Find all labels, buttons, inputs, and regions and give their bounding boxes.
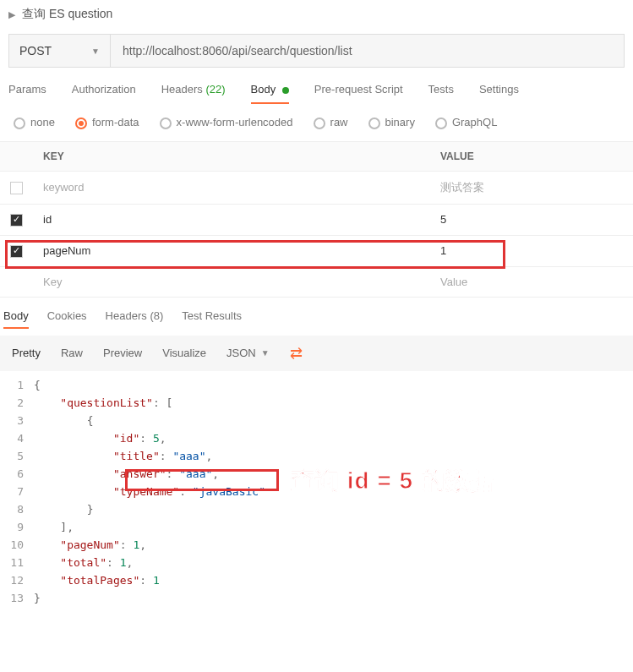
collapse-icon[interactable]: ▶ (8, 9, 15, 20)
method-label: POST (19, 44, 52, 57)
view-preview[interactable]: Preview (103, 347, 142, 359)
tab-tests[interactable]: Tests (428, 83, 454, 104)
column-value: VALUE (430, 141, 633, 171)
method-select[interactable]: POST ▼ (9, 35, 111, 67)
param-key-placeholder[interactable]: Key (33, 266, 430, 297)
param-value[interactable]: 测试答案 (430, 171, 633, 204)
radio-xform[interactable]: x-www-form-urlencoded (160, 116, 293, 129)
param-key[interactable]: keyword (33, 171, 430, 204)
param-value[interactable]: 5 (430, 204, 633, 235)
radio-none[interactable]: none (14, 116, 55, 129)
request-title: 查询 ES question (22, 7, 112, 22)
tab-params[interactable]: Params (8, 83, 46, 104)
resp-tab-body[interactable]: Body (3, 309, 29, 329)
format-select[interactable]: JSON ▼ (226, 347, 270, 359)
tab-prerequest[interactable]: Pre-request Script (314, 83, 403, 104)
resp-tab-cookies[interactable]: Cookies (47, 309, 87, 329)
radio-formdata[interactable]: form-data (75, 116, 139, 129)
param-value-placeholder[interactable]: Value (430, 266, 633, 297)
radio-graphql[interactable]: GraphQL (435, 116, 497, 129)
checkbox-icon[interactable] (10, 214, 23, 227)
table-row-placeholder[interactable]: Key Value (0, 266, 633, 297)
radio-raw[interactable]: raw (314, 116, 348, 129)
resp-tab-headers[interactable]: Headers (8) (106, 309, 164, 329)
view-pretty[interactable]: Pretty (12, 347, 41, 359)
wrap-icon[interactable]: ⇄ (290, 344, 303, 363)
tab-headers[interactable]: Headers (22) (161, 83, 226, 104)
line-gutter: 12345678910111213 (0, 376, 34, 607)
highlight-box (125, 469, 279, 491)
table-row[interactable]: id 5 (0, 204, 633, 235)
tab-authorization[interactable]: Authorization (72, 83, 136, 104)
tab-body[interactable]: Body (251, 83, 289, 104)
chevron-down-icon: ▼ (91, 46, 100, 56)
view-raw[interactable]: Raw (61, 347, 83, 359)
param-key[interactable]: id (33, 204, 430, 235)
table-row[interactable]: keyword 测试答案 (0, 171, 633, 204)
resp-tab-testresults[interactable]: Test Results (182, 309, 242, 329)
tab-settings[interactable]: Settings (479, 83, 519, 104)
column-key: KEY (33, 141, 430, 171)
params-table: KEY VALUE keyword 测试答案 id 5 pageNum 1 Ke… (0, 141, 633, 298)
view-visualize[interactable]: Visualize (162, 347, 206, 359)
url-input[interactable]: http://localhost:8060/api/search/questio… (111, 35, 624, 67)
status-dot-icon (282, 87, 289, 94)
chevron-down-icon: ▼ (261, 348, 270, 358)
highlight-box (5, 240, 505, 269)
annotation-text: 查询 id = 5 的数据 (291, 465, 494, 497)
radio-binary[interactable]: binary (368, 116, 415, 129)
checkbox-icon[interactable] (10, 182, 23, 194)
